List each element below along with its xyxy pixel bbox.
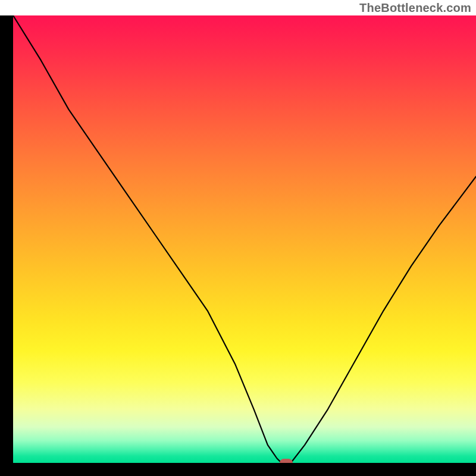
plot-area — [13, 15, 476, 463]
optimal-point-marker — [280, 459, 293, 463]
bottleneck-curve — [13, 15, 476, 463]
watermark-text: TheBottleneck.com — [359, 1, 471, 15]
chart-frame — [0, 15, 476, 476]
chart-root: TheBottleneck.com — [0, 0, 476, 476]
curve-path — [13, 15, 476, 463]
